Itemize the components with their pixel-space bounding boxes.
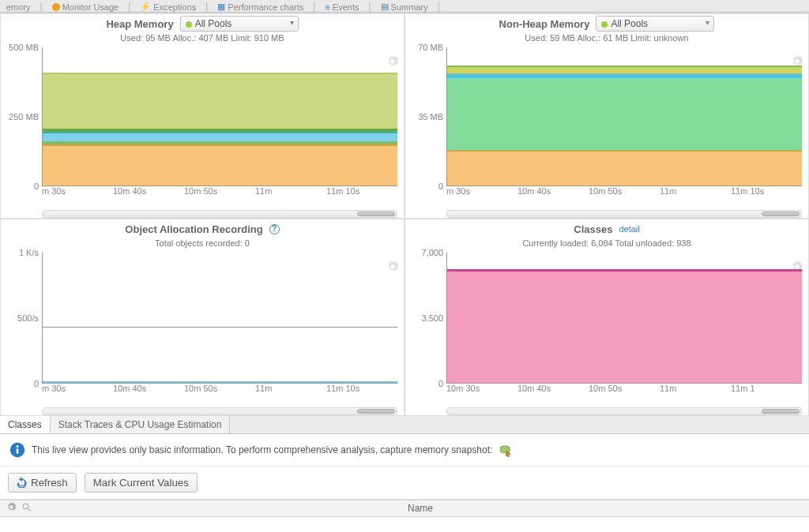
y-tick: 35 MB <box>418 112 443 122</box>
nonheap-chart: 70 MB 35 MB 0 m 30s 10m 40s 10m 50s 11m <box>405 47 808 204</box>
column-name[interactable]: Name <box>32 503 809 514</box>
x-tick: 11m <box>660 384 731 401</box>
info-icon <box>9 442 25 458</box>
nonheap-memory-panel: Non-Heap Memory All Pools Used: 59 MB Al… <box>404 13 809 219</box>
y-tick: 0 <box>438 379 443 388</box>
nonheap-pools-dropdown[interactable]: All Pools <box>596 16 714 32</box>
scrollbar-horizontal[interactable] <box>446 210 802 218</box>
heap-memory-panel: Heap Memory All Pools Used: 95 MB Alloc.… <box>0 13 404 219</box>
x-tick: 10m 40s <box>517 186 589 204</box>
search-icon[interactable] <box>21 502 32 515</box>
classes-detail-link[interactable]: detail <box>619 224 639 234</box>
x-tick: 10m 30s <box>446 384 517 401</box>
x-tick: m 30s <box>42 186 113 204</box>
x-tick: 11m <box>255 384 326 401</box>
x-tick: 10m 40s <box>113 384 184 401</box>
tab-memory[interactable]: emory <box>3 2 34 12</box>
object-allocation-panel: Object Allocation Recording ? Total obje… <box>0 219 404 416</box>
y-tick: 0 <box>438 182 443 191</box>
tab-stack-traces[interactable]: Stack Traces & CPU Usage Estimation <box>51 416 231 433</box>
scrollbar-horizontal[interactable] <box>446 407 802 415</box>
y-tick: 0 <box>34 182 39 191</box>
status-dot-icon <box>601 21 608 28</box>
list-body <box>0 517 809 532</box>
doc-icon: ▤ <box>381 2 389 12</box>
info-text: This live view provides only basic infor… <box>32 444 492 455</box>
svg-rect-1 <box>17 448 19 454</box>
nonheap-stats: Used: 59 MB Alloc.: 61 MB Limit: unknown <box>405 33 808 47</box>
info-banner: This live view provides only basic infor… <box>0 434 809 466</box>
alloc-chart: 1 K/s 500/s 0 m 30s 10m 40s 10m 50s 11m … <box>1 253 404 401</box>
heap-pools-dropdown[interactable]: All Pools <box>180 16 299 32</box>
x-tick: 10m 50s <box>184 186 255 204</box>
x-tick: 11m 10s <box>326 384 397 401</box>
heap-stats: Used: 95 MB Alloc.: 407 MB Limit: 910 MB <box>1 33 404 47</box>
tab-performance-charts[interactable]: ▦Performance charts <box>214 2 307 12</box>
x-tick: 10m 50s <box>589 384 660 401</box>
svg-point-2 <box>17 445 19 448</box>
x-tick: m 30s <box>446 186 517 204</box>
x-tick: 11m <box>660 186 731 204</box>
y-tick: 3,500 <box>421 313 443 323</box>
svg-point-4 <box>23 504 28 509</box>
tab-label: Events <box>333 2 359 12</box>
flame-icon <box>52 3 60 11</box>
tab-exceptions[interactable]: ⚡Exceptions <box>137 2 199 12</box>
classes-panel: Classes detail Currently loaded: 6,084 T… <box>404 219 809 416</box>
alloc-stats: Total objects recorded: 0 <box>1 238 404 253</box>
x-tick: 11m 10s <box>326 186 397 204</box>
classes-stats: Currently loaded: 6,084 Total unloaded: … <box>405 238 808 253</box>
top-tab-strip: emory | Monitor Usage | ⚡Exceptions | ▦P… <box>0 0 809 13</box>
tab-classes[interactable]: Classes <box>0 416 51 433</box>
dropdown-label: All Pools <box>611 18 648 29</box>
x-tick: 10m 40s <box>113 186 184 204</box>
x-tick: 11m 1 <box>731 384 802 401</box>
y-tick: 70 MB <box>418 43 443 52</box>
y-tick: 250 MB <box>9 112 39 122</box>
help-icon[interactable]: ? <box>269 224 280 234</box>
tab-monitor-usage[interactable]: Monitor Usage <box>49 2 122 12</box>
scrollbar-horizontal[interactable] <box>42 210 397 218</box>
x-tick: 10m 50s <box>184 384 255 401</box>
classes-title: Classes <box>574 223 612 235</box>
list-icon: ≡ <box>325 2 329 12</box>
classes-chart: 7,000 3,500 0 10m 30s 10m 40s 10m 50s 11… <box>405 253 808 401</box>
alloc-title: Object Allocation Recording <box>125 223 262 235</box>
tab-summary[interactable]: ▤Summary <box>378 2 431 12</box>
y-tick: 1 K/s <box>19 248 39 257</box>
y-tick: 500 MB <box>9 43 39 52</box>
gear-icon[interactable] <box>6 502 17 515</box>
memory-snapshot-icon[interactable] <box>499 443 513 457</box>
chart-icon: ▦ <box>217 2 225 12</box>
list-header: Name <box>0 500 809 517</box>
x-tick: 10m 40s <box>517 384 589 401</box>
refresh-button[interactable]: Refresh <box>8 473 77 493</box>
tab-events[interactable]: ≡Events <box>322 2 362 12</box>
mark-current-values-button[interactable]: Mark Current Values <box>85 473 198 493</box>
y-tick: 500/s <box>17 313 39 323</box>
dropdown-label: All Pools <box>195 18 232 29</box>
x-tick: 10m 50s <box>589 186 660 204</box>
y-tick: 7,000 <box>421 248 443 257</box>
nonheap-title: Non-Heap Memory <box>499 18 590 30</box>
x-tick: 11m 10s <box>731 186 802 204</box>
scrollbar-horizontal[interactable] <box>42 407 397 415</box>
heap-chart: 500 MB 250 MB 0 m 30s 10m 40s 10m 50s <box>1 47 404 204</box>
tab-label: Monitor Usage <box>62 2 119 12</box>
tab-label: Summary <box>391 2 428 12</box>
heap-title: Heap Memory <box>106 18 173 30</box>
lightning-icon: ⚡ <box>140 2 151 12</box>
status-dot-icon <box>186 21 192 28</box>
button-label: Refresh <box>31 477 68 489</box>
x-tick: m 30s <box>42 384 113 401</box>
tab-label: emory <box>6 2 31 12</box>
button-label: Mark Current Values <box>93 477 189 489</box>
y-tick: 0 <box>34 379 39 388</box>
refresh-icon <box>17 478 27 488</box>
x-tick: 11m <box>255 186 326 204</box>
tab-label: Performance charts <box>228 2 303 12</box>
tab-label: Exceptions <box>153 2 196 12</box>
